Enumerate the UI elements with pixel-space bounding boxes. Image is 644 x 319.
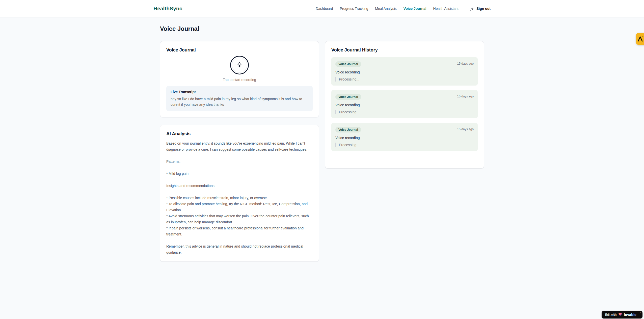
history-entry-header: Voice Journal 15 days ago [335, 127, 474, 132]
ai-analysis-title: AI Analysis [166, 131, 313, 137]
entry-label: Voice recording [335, 70, 474, 74]
history-entry[interactable]: Voice Journal 15 days ago Voice recordin… [331, 123, 478, 151]
entry-type-badge: Voice Journal [335, 94, 361, 100]
recorder-area: Tap to start recording [166, 56, 313, 82]
left-column: Voice Journal Tap to start recording [160, 41, 319, 262]
ai-analysis-card: AI Analysis Based on your journal entry,… [160, 125, 319, 262]
history-entry-header: Voice Journal 15 days ago [335, 61, 474, 67]
sign-out-button[interactable]: Sign out [469, 7, 491, 11]
nav-item-meal-analysis[interactable]: Meal Analysis [375, 7, 397, 11]
sign-out-label: Sign out [476, 7, 491, 11]
history-entry[interactable]: Voice Journal 15 days ago Voice recordin… [331, 57, 478, 86]
microphone-icon [237, 62, 242, 68]
nav-item-voice-journal[interactable]: Voice Journal [404, 7, 426, 11]
entry-label: Voice recording [335, 103, 474, 107]
history-card-title: Voice Journal History [331, 47, 478, 53]
recorder-card-title: Voice Journal [166, 47, 313, 53]
history-entry-header: Voice Journal 15 days ago [335, 94, 474, 100]
entry-status: Processing... [335, 77, 474, 82]
entry-timestamp: 15 days ago [457, 61, 474, 65]
entry-status: Processing... [335, 110, 474, 114]
record-button[interactable] [230, 56, 249, 74]
edit-with-lovable-badge[interactable]: Edit with lovable × [602, 311, 642, 318]
main-nav: Dashboard Progress Tracking Meal Analysi… [316, 7, 491, 11]
top-navigation-bar: HealthSync Dashboard Progress Tracking M… [0, 0, 644, 17]
live-transcript-box: Live Transcript hey so like I do have a … [166, 86, 313, 111]
nav-item-health-assistant[interactable]: Health Assistant [433, 7, 459, 11]
entry-status: Processing... [335, 143, 474, 147]
content-grid: Voice Journal Tap to start recording [160, 41, 484, 262]
page-title: Voice Journal [160, 25, 484, 32]
app-logo[interactable]: HealthSync [153, 6, 182, 12]
main-content: Voice Journal Voice Journal [160, 25, 484, 262]
entry-label: Voice recording [335, 136, 474, 140]
nav-item-progress-tracking[interactable]: Progress Tracking [340, 7, 368, 11]
right-column: Voice Journal History Voice Journal 15 d… [325, 41, 484, 169]
nav-item-dashboard[interactable]: Dashboard [316, 7, 333, 11]
voice-journal-history-card: Voice Journal History Voice Journal 15 d… [325, 41, 484, 169]
live-transcript-title: Live Transcript [171, 90, 308, 94]
history-entry[interactable]: Voice Journal 15 days ago Voice recordin… [331, 90, 478, 118]
log-out-icon [469, 7, 474, 11]
lovable-brand-label: lovable [624, 313, 636, 317]
entry-type-badge: Voice Journal [335, 127, 361, 132]
gradient-heart-icon [618, 312, 622, 317]
dismiss-lovable-button[interactable]: × [639, 311, 641, 314]
entry-timestamp: 15 days ago [457, 127, 474, 131]
live-transcript-text: hey so like I do have a mild pain in my … [171, 96, 308, 107]
lovable-dev-fab[interactable] [636, 33, 644, 45]
top-navigation-inner: HealthSync Dashboard Progress Tracking M… [153, 6, 491, 12]
entry-timestamp: 15 days ago [457, 94, 474, 98]
entry-type-badge: Voice Journal [335, 61, 361, 67]
tap-to-record-hint: Tap to start recording [223, 78, 256, 82]
lovable-edit-prefix: Edit with [605, 313, 616, 316]
ai-analysis-body: Based on your journal entry, it sounds l… [166, 140, 313, 255]
voice-recorder-card: Voice Journal Tap to start recording [160, 41, 319, 117]
